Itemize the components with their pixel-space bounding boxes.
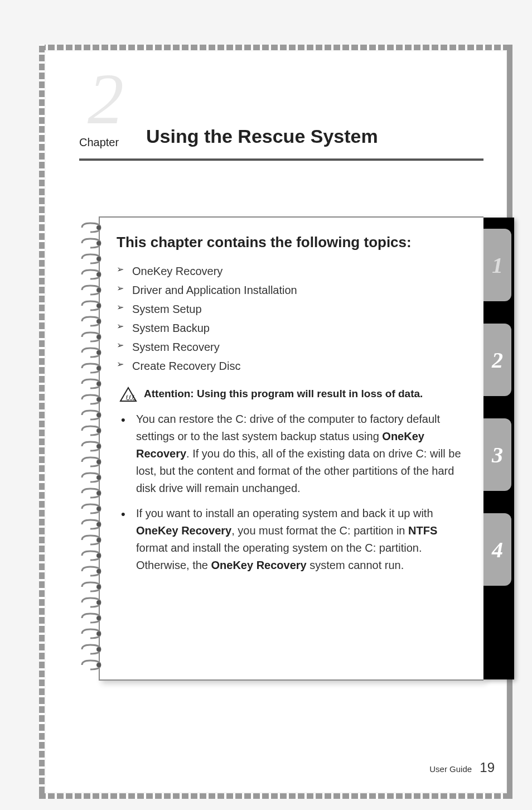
svg-point-5: [96, 303, 101, 308]
chapter-number: 2: [88, 62, 124, 135]
spiral-ring-icon: [79, 456, 103, 467]
bullet-bold-text: OneKey Recovery: [211, 559, 307, 571]
svg-point-0: [96, 225, 101, 230]
chapter-tab[interactable]: 2: [483, 324, 511, 396]
bullet-bold-text: OneKey Recovery: [136, 524, 231, 537]
warning-icon: ƒƒƒ: [119, 387, 137, 402]
svg-point-13: [96, 428, 101, 433]
svg-point-4: [96, 288, 101, 292]
svg-point-26: [96, 631, 101, 636]
svg-point-7: [96, 335, 101, 339]
spiral-ring-icon: [79, 566, 103, 577]
title-underline: [79, 157, 483, 161]
svg-point-15: [96, 460, 101, 464]
page-border-top: [39, 45, 512, 50]
svg-point-18: [96, 507, 101, 511]
spiral-ring-icon: [79, 425, 103, 436]
spiral-ring-icon: [79, 222, 103, 233]
svg-point-11: [96, 397, 101, 402]
page-border-bottom: [39, 793, 512, 799]
chapter-tab[interactable]: 3: [483, 418, 511, 491]
page-border-left: [39, 45, 45, 793]
spiral-ring-icon: [79, 534, 103, 546]
spiral-ring-icon: [79, 503, 103, 514]
content-area: This chapter contains the following topi…: [79, 216, 483, 681]
svg-point-24: [96, 600, 101, 605]
content-box: This chapter contains the following topi…: [99, 216, 483, 681]
spiral-ring-icon: [79, 659, 103, 671]
spiral-ring-icon: [79, 363, 103, 374]
svg-point-12: [96, 413, 101, 417]
svg-point-16: [96, 475, 101, 480]
svg-point-3: [96, 272, 101, 277]
spiral-ring-icon: [79, 253, 103, 264]
bullet-item: If you want to install an operating syst…: [117, 505, 467, 574]
spiral-ring-icon: [79, 409, 103, 421]
spiral-ring-icon: [79, 378, 103, 389]
chapter-number-box: 2 Chapter: [79, 74, 135, 152]
svg-point-28: [96, 663, 101, 667]
svg-point-10: [96, 382, 101, 386]
spiral-ring-icon: [79, 644, 103, 655]
spiral-ring-icon: [79, 581, 103, 592]
svg-point-21: [96, 553, 101, 558]
page-content: 2 Chapter Using the Rescue System This c…: [46, 51, 506, 792]
page-footer: User Guide 19: [429, 760, 495, 775]
chapter-header: 2 Chapter Using the Rescue System: [79, 74, 483, 152]
chapter-label: Chapter: [79, 136, 119, 149]
page-number: 19: [480, 760, 495, 775]
svg-point-6: [96, 319, 101, 324]
spiral-ring-icon: [79, 628, 103, 639]
svg-point-8: [96, 350, 101, 355]
chapter-tab[interactable]: 1: [483, 229, 511, 301]
bullet-text: , you must format the C: partition in: [231, 524, 408, 537]
spiral-ring-icon: [79, 550, 103, 561]
svg-point-1: [96, 241, 101, 245]
svg-point-17: [96, 491, 101, 495]
svg-point-25: [96, 616, 101, 620]
spiral-ring-icon: [79, 597, 103, 608]
topic-item: Create Recovery Disc: [117, 356, 467, 375]
footer-label: User Guide: [429, 764, 472, 774]
topic-item: OneKey Recovery: [117, 262, 467, 281]
topic-list: OneKey Recovery Driver and Application I…: [117, 262, 467, 375]
svg-point-23: [96, 585, 101, 589]
svg-point-14: [96, 444, 101, 449]
topic-item: System Backup: [117, 319, 467, 338]
spiral-binding: [79, 216, 107, 681]
bullet-bold-text: NTFS: [408, 524, 437, 537]
topics-heading: This chapter contains the following topi…: [117, 232, 467, 253]
svg-point-19: [96, 522, 101, 527]
spiral-ring-icon: [79, 472, 103, 483]
svg-point-27: [96, 647, 101, 652]
bullet-text: If you want to install an operating syst…: [136, 507, 433, 519]
topic-item: Driver and Application Installation: [117, 281, 467, 300]
spiral-ring-icon: [79, 441, 103, 452]
topic-item: System Recovery: [117, 338, 467, 356]
spiral-ring-icon: [79, 269, 103, 280]
spiral-ring-icon: [79, 316, 103, 327]
spiral-ring-icon: [79, 331, 103, 343]
spiral-ring-icon: [79, 394, 103, 405]
svg-point-9: [96, 366, 101, 370]
chapter-tab[interactable]: 4: [483, 513, 511, 586]
chapter-title: Using the Rescue System: [146, 126, 483, 152]
spiral-ring-icon: [79, 613, 103, 624]
tab-column: 1 2 3 4: [483, 218, 514, 679]
bullet-list: You can restore the C: drive of the comp…: [117, 411, 467, 574]
svg-text:ƒƒƒ: ƒƒƒ: [125, 393, 135, 400]
bullet-item: You can restore the C: drive of the comp…: [117, 411, 467, 497]
topic-item: System Setup: [117, 300, 467, 319]
spiral-ring-icon: [79, 300, 103, 311]
svg-point-2: [96, 257, 101, 261]
svg-point-22: [96, 569, 101, 573]
bullet-text: system cannot run.: [307, 559, 404, 571]
svg-point-20: [96, 538, 101, 542]
spiral-ring-icon: [79, 519, 103, 530]
spiral-ring-icon: [79, 347, 103, 358]
attention-text: Attention: Using this program will resul…: [144, 387, 423, 402]
spiral-ring-icon: [79, 285, 103, 296]
spiral-ring-icon: [79, 488, 103, 499]
spiral-ring-icon: [79, 238, 103, 249]
attention-block: ƒƒƒ Attention: Using this program will r…: [117, 387, 467, 402]
